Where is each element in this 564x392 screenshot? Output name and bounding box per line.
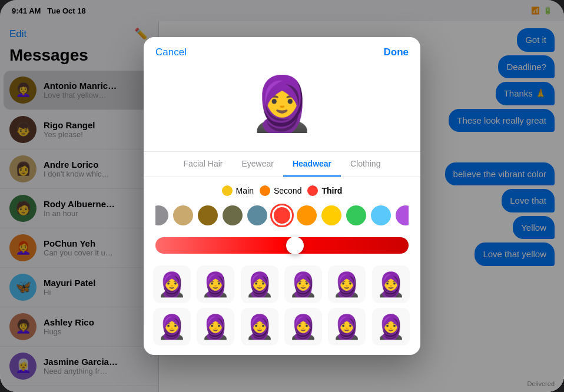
color-swatch[interactable] [247,205,267,225]
color-swatch[interactable] [396,205,409,225]
modal-overlay: Cancel Done 🧕 Facial HairEyewearHeadwear… [0,0,564,392]
color-swatches [155,203,409,228]
color-option-second[interactable]: Second [260,185,301,196]
color-dot [222,185,233,196]
memoji-editor-modal: Cancel Done 🧕 Facial HairEyewearHeadwear… [144,37,420,355]
memoji-grid-item[interactable]: 🧕 [241,265,278,303]
modal-tab-clothing[interactable]: Clothing [341,152,390,177]
color-swatch[interactable] [272,205,292,225]
color-dot [260,185,270,196]
modal-top-bar: Cancel Done [144,37,420,65]
memoji-grid-item[interactable]: 🧕 [372,308,410,346]
slider-container[interactable] [144,232,420,261]
color-slider-thumb[interactable] [286,237,304,254]
modal-done-button[interactable]: Done [384,46,409,58]
modal-tab-headwear[interactable]: Headwear [283,152,341,177]
ipad-frame: 9:41 AM Tue Oct 18 📶 🔋 Edit ✏️ Messages … [0,0,564,392]
color-option-main[interactable]: Main [222,185,254,196]
memoji-grid-item[interactable]: 🧕 [328,308,366,346]
memoji-grid-item[interactable]: 🧕 [153,308,191,346]
modal-tab-facial-hair[interactable]: Facial Hair [174,152,233,177]
memoji-avatar-preview: 🧕 [144,65,420,151]
color-option-label: Second [274,186,301,195]
color-section: MainSecondThird [144,177,420,232]
color-option-label: Main [236,186,254,195]
modal-tab-eyewear[interactable]: Eyewear [232,152,283,177]
memoji-grid-item[interactable]: 🧕 [153,265,191,303]
color-swatch[interactable] [173,205,193,225]
memoji-grid-item[interactable]: 🧕 [328,265,366,303]
color-option-label: Third [321,186,342,195]
color-swatch[interactable] [321,205,341,225]
memoji-grid-item[interactable]: 🧕 [197,308,234,346]
color-swatch[interactable] [346,205,366,225]
color-swatch[interactable] [155,205,168,225]
color-option-third[interactable]: Third [307,185,342,196]
color-options-row: MainSecondThird [155,185,409,196]
color-swatch[interactable] [371,205,391,225]
memoji-grid-item[interactable]: 🧕 [372,265,410,303]
memoji-preview-image: 🧕 [244,65,320,142]
memoji-grid-item[interactable]: 🧕 [284,308,322,346]
modal-tabs: Facial HairEyewearHeadwearClothing [144,151,420,177]
color-slider-track[interactable] [155,237,409,254]
memoji-style-grid: 🧕🧕🧕🧕🧕🧕🧕🧕🧕🧕🧕🧕 [144,261,420,355]
memoji-grid-item[interactable]: 🧕 [197,265,234,303]
modal-cancel-button[interactable]: Cancel [155,46,187,58]
color-swatch[interactable] [223,205,243,225]
color-swatch[interactable] [198,205,218,225]
memoji-grid-item[interactable]: 🧕 [241,308,278,346]
memoji-grid-item[interactable]: 🧕 [284,265,322,303]
color-swatch[interactable] [297,205,317,225]
color-dot [307,185,318,196]
